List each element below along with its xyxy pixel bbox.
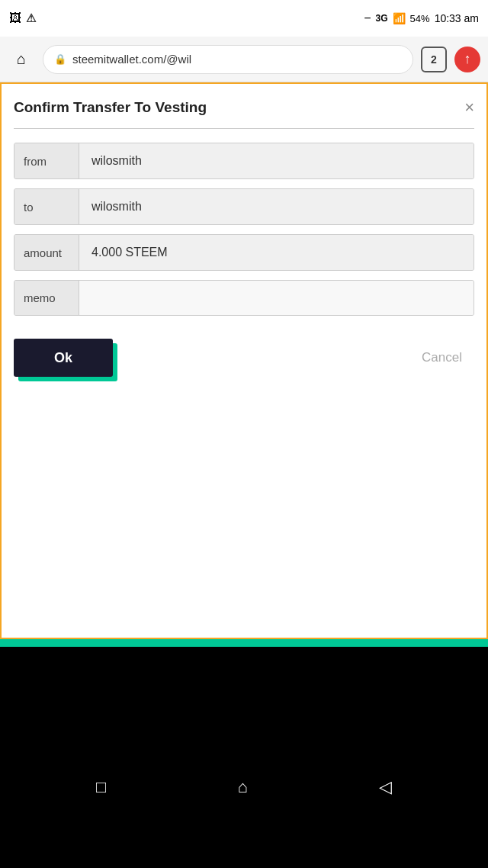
ok-button-wrapper: Ok [14, 339, 113, 377]
amount-label: amount [14, 235, 79, 270]
status-bar: 🖼 ⚠ − 3G 📶 54% 10:33 am [0, 0, 488, 37]
signal-icon: 📶 [393, 12, 406, 24]
home-icon: ⌂ [17, 50, 26, 68]
browser-bar: ⌂ 🔒 steemitwallet.com/@wil 2 ↑ [0, 37, 488, 82]
tab-count-button[interactable]: 2 [421, 47, 447, 72]
teal-bar [0, 639, 488, 647]
dialog-title: Confirm Transfer To Vesting [14, 99, 207, 116]
back-nav-button[interactable]: ◁ [379, 777, 392, 797]
page-content: Confirm Transfer To Vesting × from wilos… [0, 82, 488, 639]
url-text: steemitwallet.com/@wil [72, 53, 191, 66]
lock-icon: 🔒 [54, 53, 66, 65]
memo-value[interactable] [79, 281, 474, 315]
amount-value: 4.000 STEEM [79, 235, 474, 270]
ok-button[interactable]: Ok [14, 339, 113, 377]
from-field-row: from wilosmith [14, 143, 474, 179]
amount-field-row: amount 4.000 STEEM [14, 234, 474, 271]
buttons-row: Ok Cancel [14, 339, 474, 377]
status-bar-right: − 3G 📶 54% 10:33 am [364, 11, 479, 25]
upload-icon: ↑ [464, 51, 471, 67]
url-bar[interactable]: 🔒 steemitwallet.com/@wil [43, 45, 413, 74]
to-label: to [14, 189, 79, 224]
time-display: 10:33 am [435, 12, 479, 24]
from-label: from [14, 143, 79, 178]
cancel-button[interactable]: Cancel [409, 342, 474, 373]
memo-field-row: memo [14, 280, 474, 316]
minus-icon: − [364, 11, 371, 25]
battery-text: 54% [410, 13, 430, 24]
dialog-title-row: Confirm Transfer To Vesting × [14, 99, 474, 116]
to-value: wilosmith [79, 189, 474, 224]
black-area: □ ⌂ ◁ [0, 647, 488, 815]
from-value: wilosmith [79, 143, 474, 178]
warning-icon: ⚠ [26, 11, 36, 25]
android-nav-bar: □ ⌂ ◁ [0, 760, 488, 815]
close-button[interactable]: × [464, 99, 474, 116]
image-icon: 🖼 [9, 11, 21, 25]
network-3g-icon: 3G [376, 13, 388, 24]
divider [14, 128, 474, 129]
to-field-row: to wilosmith [14, 188, 474, 225]
status-bar-left: 🖼 ⚠ [9, 11, 36, 25]
memo-label: memo [14, 281, 79, 315]
home-nav-button[interactable]: ⌂ [237, 777, 247, 797]
recent-apps-button[interactable]: □ [96, 777, 106, 797]
browser-home-button[interactable]: ⌂ [8, 46, 35, 73]
upload-button[interactable]: ↑ [454, 47, 480, 72]
tab-count-label: 2 [431, 53, 437, 66]
